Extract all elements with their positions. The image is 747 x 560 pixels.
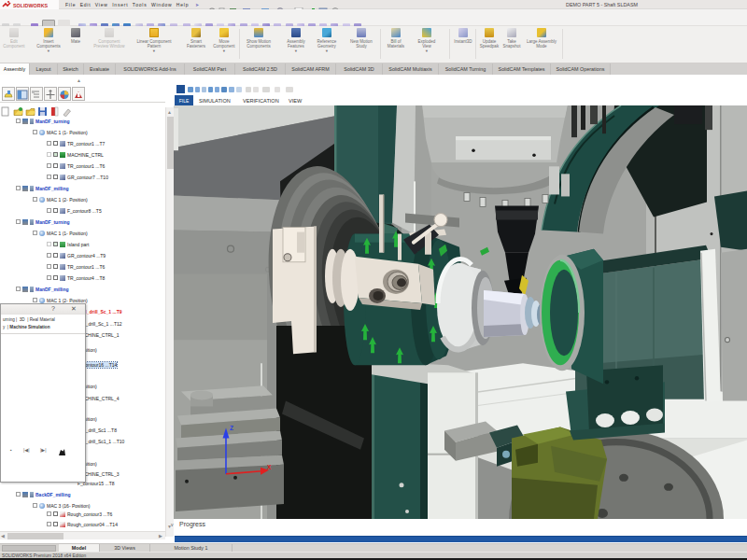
svg-text:SOLIDWORKS: SOLIDWORKS — [13, 3, 49, 8]
svg-text:X: X — [267, 464, 272, 470]
svg-text:Z: Z — [230, 425, 233, 431]
